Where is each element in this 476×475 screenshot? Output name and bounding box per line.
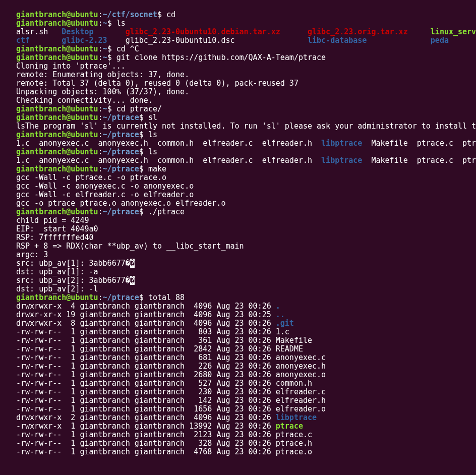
output-line: gcc -o ptrace ptrace.o anonyexec.o elfre… — [16, 199, 225, 208]
file-size: 2680 — [189, 370, 216, 379]
file-size: 13992 — [189, 422, 216, 431]
prompt-user: giantbranch@ubuntu — [16, 164, 98, 173]
output-line: RSP: 7fffffffed40 — [16, 233, 94, 242]
prompt-colon: : — [98, 130, 103, 139]
terminal-line: giantbranch@ubuntu:~/ptrace$ ls — [16, 148, 476, 156]
file-perms: -rwxrwxr-x — [16, 422, 66, 431]
ls-entry: linux_server64 — [431, 27, 476, 36]
file-group: giantbranch — [135, 302, 189, 311]
file-links: 19 — [66, 310, 80, 319]
file-perms: -rw-rw-r-- — [16, 387, 66, 396]
file-date: Aug 23 00:26 — [216, 387, 275, 396]
file-group: giantbranch — [135, 319, 189, 328]
terminal-line: RSP: 7fffffffed40 — [16, 233, 476, 242]
file-date: Aug 23 00:26 — [216, 439, 275, 448]
ls-entry: ptr — [462, 156, 476, 165]
ls-entry: ctf — [16, 36, 62, 45]
terminal-line: argc: 3 — [16, 251, 476, 259]
file-links: 1 — [66, 353, 80, 362]
file-name: elfreader.o — [276, 404, 326, 413]
file-owner: giantbranch — [80, 422, 134, 431]
file-group: giantbranch — [135, 353, 189, 362]
terminal-line: -rw-rw-r-- 1 giantbranch giantbranch 527… — [16, 379, 476, 388]
terminal-line: remote: Total 37 (delta 0), reused 0 (de… — [16, 79, 476, 88]
file-size: 230 — [189, 387, 216, 396]
file-name: anonyexec.c — [276, 353, 326, 362]
ls-entry: libptrace — [321, 156, 371, 165]
file-date: Aug 23 00:26 — [216, 327, 275, 336]
file-owner: giantbranch — [80, 379, 134, 388]
file-perms: -rw-rw-r-- — [16, 336, 66, 345]
file-name: ptrace.c — [276, 430, 312, 439]
file-owner: giantbranch — [80, 336, 134, 345]
command-text: ls — [116, 19, 126, 28]
terminal-output[interactable]: giantbranch@ubuntu:~/ctf/socnet$ cdgiant… — [16, 11, 476, 456]
terminal-line: child pid = 4249 — [16, 216, 476, 225]
command-text: ./ptrace — [148, 207, 185, 216]
terminal-line: -rw-rw-r-- 1 giantbranch giantbranch 803… — [16, 328, 476, 336]
file-owner: giantbranch — [80, 439, 134, 448]
file-links: 1 — [66, 447, 80, 456]
file-name: anonyexec.o — [276, 370, 326, 379]
prompt-user: giantbranch@ubuntu — [16, 10, 98, 19]
ls-entry: glibc_2.23-0ubuntu10.dsc — [126, 36, 308, 45]
ls-entry: glibc_2.23.orig.tar.xz — [308, 27, 431, 36]
command-text: git clone https://github.com/QAX-A-Team/… — [116, 53, 326, 62]
ls-entry: alsr.sh — [16, 27, 62, 36]
prompt-user: giantbranch@ubuntu — [16, 147, 98, 156]
file-name: 1.c — [276, 327, 289, 336]
output-line: remote: Enumerating objects: 37, done. — [16, 70, 189, 79]
command-text: total 88 — [148, 293, 185, 302]
prompt-colon: : — [98, 104, 103, 113]
file-perms: drwxrwxr-x — [16, 319, 66, 328]
prompt-path: ~ — [103, 53, 107, 62]
output-line: src: ubp_av[2]: 3abb6677� — [16, 276, 130, 285]
terminal-line: remote: Enumerating objects: 37, done. — [16, 71, 476, 79]
file-perms: drwxr-xr-x — [16, 310, 66, 319]
terminal-line: -rw-rw-r-- 1 giantbranch giantbranch 212… — [16, 431, 476, 439]
terminal-line: giantbranch@ubuntu:~/ptrace$ sl — [16, 113, 476, 122]
output-line: child pid = 4249 — [16, 216, 89, 225]
prompt-user: giantbranch@ubuntu — [16, 293, 98, 302]
ls-entry: ptr — [462, 139, 476, 148]
file-group: giantbranch — [135, 310, 189, 319]
command-text: make — [148, 164, 166, 173]
ls-entry: 1.c — [16, 156, 39, 165]
file-perms: -rw-rw-r-- — [16, 344, 66, 353]
ls-entry: Desktop — [62, 27, 125, 36]
file-size: 2123 — [189, 430, 216, 439]
terminal-line: dst: upb_av[2]: -l — [16, 285, 476, 293]
ls-entry: Makefile — [371, 139, 416, 148]
prompt-dollar: $ — [107, 53, 116, 62]
file-group: giantbranch — [135, 422, 189, 431]
terminal-line: drwxrwxr-x 2 giantbranch giantbranch 409… — [16, 413, 476, 422]
terminal-line: -rwxrwxr-x 1 giantbranch giantbranch 139… — [16, 422, 476, 431]
output-line: gcc -Wall -c anonyexec.c -o anonyexec.o — [16, 182, 194, 191]
ls-entry: 1.c — [16, 139, 39, 148]
file-perms: -rw-rw-r-- — [16, 379, 66, 388]
prompt-colon: : — [98, 147, 103, 156]
ls-entry: libc-database — [308, 36, 431, 45]
prompt-user: giantbranch@ubuntu — [16, 53, 98, 62]
file-name: anonyexec.h — [276, 362, 326, 371]
terminal-line: drwxrwxr-x 4 giantbranch giantbranch 409… — [16, 302, 476, 311]
file-links: 2 — [66, 413, 80, 422]
file-group: giantbranch — [135, 439, 189, 448]
file-links: 1 — [66, 430, 80, 439]
file-links: 1 — [66, 404, 80, 413]
file-name: libptrace — [276, 413, 317, 422]
file-size: 4768 — [189, 447, 216, 456]
file-perms: -rw-rw-r-- — [16, 353, 66, 362]
ls-entry: elfreader.h — [262, 139, 321, 148]
file-owner: giantbranch — [80, 344, 134, 353]
terminal-line: src: ubp_av[2]: 3abb6677�� — [16, 276, 476, 285]
terminal-line: giantbranch@ubuntu:~$ cd ptrace/ — [16, 105, 476, 113]
terminal-line: giantbranch@ubuntu:~/ptrace$ make — [16, 165, 476, 173]
terminal-line: alsr.sh Desktop glibc_2.23-0ubuntu10.deb… — [16, 28, 476, 36]
file-name: ptrace.o — [276, 447, 312, 456]
command-text: cd ^C — [116, 44, 139, 53]
prompt-dollar: $ — [107, 44, 116, 53]
file-size: 142 — [189, 396, 216, 405]
file-links: 1 — [66, 422, 80, 431]
file-group: giantbranch — [135, 387, 189, 396]
